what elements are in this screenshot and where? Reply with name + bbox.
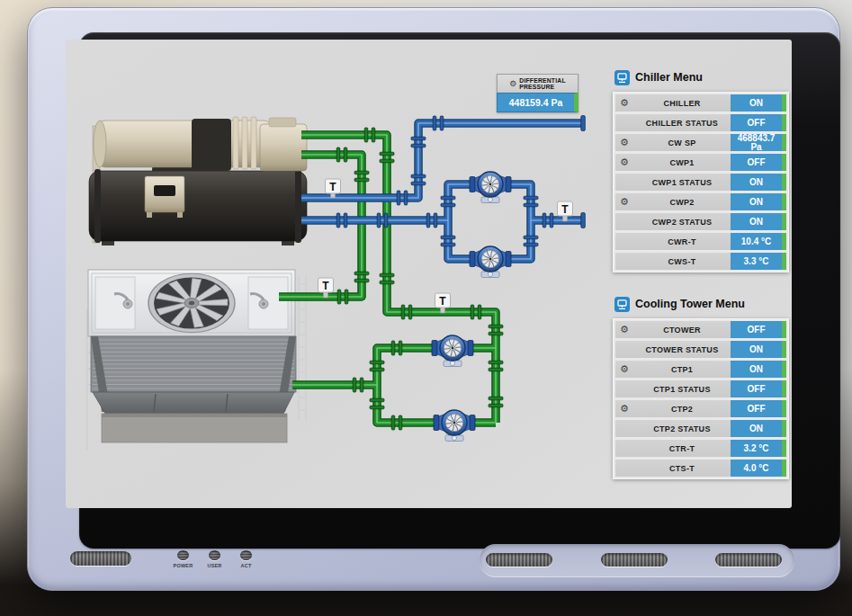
- value-button[interactable]: OFF: [731, 154, 786, 171]
- value-button[interactable]: 468843.7 Pa: [731, 134, 786, 151]
- chiller-menu-table: ⚙CHILLERON⚙CHILLER STATUSOFF⚙CW SP468843…: [613, 92, 789, 272]
- value-button[interactable]: ON: [731, 341, 786, 358]
- vent-grille: [715, 553, 782, 567]
- gear-icon[interactable]: ⚙: [615, 157, 633, 167]
- value-button[interactable]: ON: [731, 174, 786, 191]
- value-button[interactable]: 10.4 °C: [731, 233, 786, 250]
- value-button[interactable]: 4.0 °C: [731, 460, 786, 477]
- menu-row: ⚙CWR-T10.4 °C: [615, 233, 786, 250]
- chiller-menu: Chiller Menu ⚙CHILLERON⚙CHILLER STATUSOF…: [613, 67, 789, 272]
- dp-title-line1: DIFFERENTIAL: [519, 77, 566, 84]
- value-button[interactable]: OFF: [731, 400, 786, 417]
- fan-icon: [148, 273, 235, 332]
- menu-row: ⚙CWP1 STATUSON: [615, 174, 786, 191]
- differential-pressure-value: 448159.4 Pa: [497, 93, 578, 112]
- menu-row: ⚙CTP2 STATUSON: [615, 420, 786, 437]
- row-label: CHILLER: [633, 99, 731, 108]
- menu-row: ⚙CWP2ON: [615, 193, 786, 210]
- hmi-monitor-icon: [614, 70, 630, 85]
- row-label: CW SP: [633, 138, 731, 147]
- act-led-icon: [240, 550, 252, 560]
- menu-row: ⚙CTOWER STATUSON: [615, 341, 786, 358]
- vent-recess: [480, 544, 794, 577]
- value-button[interactable]: ON: [731, 193, 786, 210]
- cooling-tower-menu-title: Cooling Tower Menu: [635, 298, 745, 310]
- act-led-item: ACT: [236, 550, 256, 568]
- menu-row: ⚙CHILLER STATUSOFF: [615, 114, 786, 131]
- row-label: CTP1 STATUS: [633, 385, 731, 394]
- row-label: CWS-T: [633, 257, 731, 266]
- svg-text:T: T: [561, 203, 569, 216]
- cooling-tower-image: [87, 270, 307, 450]
- gear-icon[interactable]: ⚙: [615, 98, 633, 108]
- row-label: CWR-T: [633, 237, 731, 246]
- power-led-label: POWER: [174, 563, 193, 568]
- row-label: CWP2: [633, 198, 731, 207]
- row-label: CWP1 STATUS: [633, 178, 731, 187]
- differential-pressure-header: ⚙ DIFFERENTIAL PRESSURE: [497, 74, 578, 93]
- row-label: CTP2: [633, 405, 731, 414]
- menu-row: ⚙CW SP468843.7 Pa: [615, 134, 786, 151]
- pump-ct-2: [434, 410, 475, 442]
- value-button[interactable]: 3.3 °C: [731, 253, 786, 270]
- svg-text:T: T: [439, 295, 446, 308]
- value-button[interactable]: 3.2 °C: [731, 440, 786, 457]
- cooling-tower-menu: Cooling Tower Menu ⚙CTOWEROFF⚙CTOWER STA…: [613, 293, 789, 479]
- gear-icon[interactable]: ⚙: [615, 325, 633, 335]
- pump-ct-1: [432, 335, 473, 367]
- row-label: CTR-T: [633, 444, 731, 453]
- value-button[interactable]: OFF: [731, 114, 786, 131]
- value-button[interactable]: OFF: [731, 380, 786, 397]
- photo-backdrop: T T T T ⚙ DIFFERENTIAL: [0, 0, 852, 616]
- row-label: CWP1: [633, 158, 731, 167]
- power-led-item: POWER: [173, 550, 193, 568]
- gear-icon[interactable]: ⚙: [615, 404, 633, 414]
- cooling-tower-menu-header: Cooling Tower Menu: [613, 293, 789, 315]
- value-button[interactable]: ON: [731, 361, 786, 378]
- value-button[interactable]: ON: [731, 420, 786, 437]
- speaker-grille: [70, 551, 131, 566]
- condenser-water-pipes: [279, 135, 496, 423]
- vent-grille: [601, 553, 668, 567]
- hmi-screen: T T T T ⚙ DIFFERENTIAL: [66, 40, 792, 508]
- gear-icon[interactable]: ⚙: [509, 80, 516, 88]
- menu-row: ⚙CTP1 STATUSOFF: [615, 380, 786, 397]
- row-label: CTOWER STATUS: [633, 345, 731, 354]
- dp-title-line2: PRESSURE: [519, 84, 566, 90]
- power-led-icon: [177, 550, 189, 560]
- svg-text:T: T: [329, 181, 336, 193]
- cooling-tower-menu-table: ⚙CTOWEROFF⚙CTOWER STATUSON⚙CTP1ON⚙CTP1 S…: [613, 318, 789, 479]
- row-label: CTP1: [633, 365, 731, 374]
- menu-row: ⚙CTP2OFF: [615, 400, 786, 417]
- user-led-icon: [209, 550, 220, 560]
- row-label: CTS-T: [633, 464, 731, 473]
- row-label: CTP2 STATUS: [633, 424, 731, 433]
- pump-cw-2: [470, 246, 511, 278]
- hmi-monitor-icon: [614, 297, 630, 312]
- gear-icon[interactable]: ⚙: [615, 364, 633, 374]
- vent-grille: [486, 553, 552, 567]
- menu-row: ⚙CWP1OFF: [615, 154, 786, 171]
- differential-pressure-widget: ⚙ DIFFERENTIAL PRESSURE 448159.4 Pa: [497, 74, 578, 112]
- user-led-item: USER: [204, 550, 225, 568]
- menu-row: ⚙CWS-T3.3 °C: [615, 253, 786, 270]
- chiller-image: [89, 117, 307, 246]
- act-led-label: ACT: [241, 563, 252, 568]
- pump-cw-1: [470, 172, 511, 203]
- menu-row: ⚙CTP1ON: [615, 361, 786, 378]
- value-button[interactable]: ON: [731, 213, 786, 230]
- indicator-led-group: POWER USER ACT: [173, 550, 256, 568]
- menu-row: ⚙CTR-T3.2 °C: [615, 440, 786, 457]
- menu-row: ⚙CWP2 STATUSON: [615, 213, 786, 230]
- row-label: CHILLER STATUS: [633, 119, 731, 128]
- row-label: CTOWER: [633, 326, 731, 335]
- menu-row: ⚙CTOWEROFF: [615, 321, 786, 338]
- user-led-label: USER: [207, 563, 221, 568]
- gear-icon[interactable]: ⚙: [615, 138, 633, 147]
- value-button[interactable]: ON: [731, 94, 786, 112]
- chiller-menu-title: Chiller Menu: [635, 71, 703, 84]
- gear-icon[interactable]: ⚙: [615, 197, 633, 207]
- menu-row: ⚙CTS-T4.0 °C: [615, 460, 786, 477]
- value-button[interactable]: OFF: [731, 321, 786, 338]
- row-label: CWP2 STATUS: [633, 218, 731, 227]
